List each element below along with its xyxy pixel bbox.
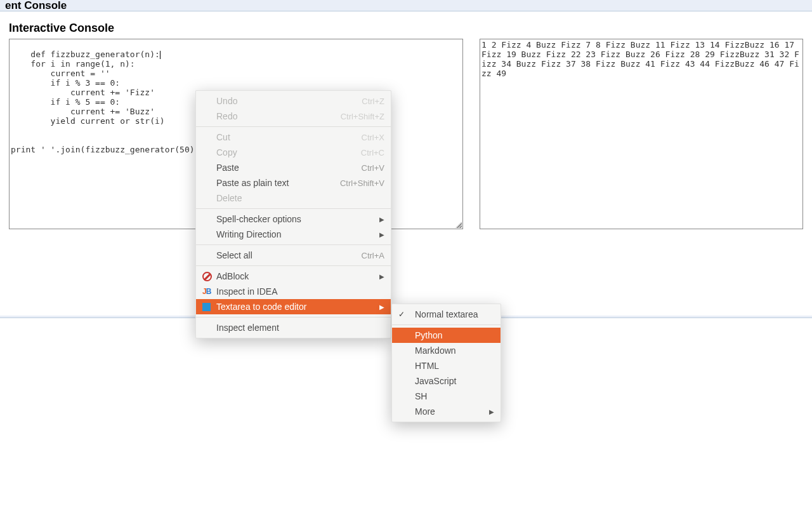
menu-item-paste-plain[interactable]: Paste as plain text Ctrl+Shift+V	[196, 175, 391, 190]
chevron-right-icon: ▶	[487, 408, 494, 415]
code-line-1: def fizzbuzz_generator(n):	[30, 50, 160, 59]
menu-label-cut: Cut	[216, 132, 362, 142]
menu-label-adblock: AdBlock	[216, 271, 377, 281]
menu-label-inspect-idea: Inspect in IDEA	[216, 286, 384, 297]
menu-item-select-all[interactable]: Select all Ctrl+A	[196, 248, 391, 263]
code-body: for i in range(1, n): current = '' if i …	[11, 59, 199, 154]
menu-item-undo[interactable]: Undo Ctrl+Z	[196, 93, 391, 109]
menu-shortcut-paste-plain: Ctrl+Shift+V	[340, 178, 384, 188]
submenu-label-sh: SH	[412, 391, 494, 401]
menu-label-spell: Spell-checker options	[216, 214, 377, 224]
submenu-item-markdown[interactable]: Markdown	[392, 343, 501, 358]
menu-separator	[196, 208, 391, 209]
menu-separator	[392, 324, 501, 325]
menu-label-copy: Copy	[216, 147, 361, 157]
submenu-label-javascript: JavaScript	[412, 376, 494, 386]
panel-row: def fizzbuzz_generator(n): for i in rang…	[0, 39, 812, 229]
submenu-label-html: HTML	[412, 361, 494, 371]
menu-shortcut-cut: Ctrl+X	[362, 133, 384, 142]
menu-label-paste: Paste	[216, 163, 362, 173]
chevron-right-icon: ▶	[377, 216, 384, 223]
submenu-item-javascript[interactable]: JavaScript	[392, 373, 501, 389]
submenu-label-markdown: Markdown	[412, 345, 494, 356]
page-title: Interactive Console	[9, 22, 812, 35]
menu-shortcut-paste: Ctrl+V	[362, 163, 384, 173]
jetbrains-icon: JB	[202, 287, 216, 296]
submenu-item-normal-textarea[interactable]: ✓ Normal textarea	[392, 307, 501, 322]
menu-item-adblock[interactable]: AdBlock ▶	[196, 269, 391, 284]
menu-shortcut-undo: Ctrl+Z	[362, 97, 384, 106]
menu-item-redo[interactable]: Redo Ctrl+Shift+Z	[196, 109, 391, 124]
menu-item-paste[interactable]: Paste Ctrl+V	[196, 160, 391, 175]
submenu-item-html[interactable]: HTML	[392, 358, 501, 373]
menu-label-redo: Redo	[216, 111, 341, 121]
menu-item-cut[interactable]: Cut Ctrl+X	[196, 130, 391, 145]
adblock-icon	[202, 272, 216, 281]
menu-label-undo: Undo	[216, 96, 362, 106]
submenu-item-sh[interactable]: SH	[392, 389, 501, 404]
menu-item-delete[interactable]: Delete	[196, 190, 391, 206]
menu-separator	[196, 265, 391, 266]
menu-item-inspect-idea[interactable]: JB Inspect in IDEA	[196, 284, 391, 299]
menu-item-copy[interactable]: Copy Ctrl+C	[196, 145, 391, 160]
submenu-textarea-editor: ✓ Normal textarea Python Markdown HTML J…	[391, 304, 501, 422]
menu-item-textarea-to-code-editor[interactable]: Textarea to code editor ▶	[196, 299, 391, 314]
app-title: ent Console	[5, 0, 67, 12]
menu-separator	[196, 244, 391, 245]
app-title-bar: ent Console	[0, 0, 812, 11]
context-menu: Undo Ctrl+Z Redo Ctrl+Shift+Z Cut Ctrl+X…	[195, 90, 391, 338]
submenu-label-python: Python	[412, 330, 494, 340]
menu-label-inspect-element: Inspect element	[216, 323, 384, 333]
menu-shortcut-select-all: Ctrl+A	[362, 251, 384, 260]
submenu-label-normal: Normal textarea	[412, 309, 494, 319]
menu-shortcut-copy: Ctrl+C	[361, 148, 384, 157]
menu-item-spell-checker[interactable]: Spell-checker options ▶	[196, 211, 391, 227]
menu-item-inspect-element[interactable]: Inspect element	[196, 320, 391, 335]
menu-label-select-all: Select all	[216, 250, 362, 260]
menu-shortcut-redo: Ctrl+Shift+Z	[341, 112, 384, 121]
submenu-item-more[interactable]: More ▶	[392, 404, 501, 419]
square-icon	[202, 303, 216, 311]
menu-label-textarea-editor: Textarea to code editor	[216, 302, 377, 312]
menu-label-writing: Writing Direction	[216, 229, 377, 239]
submenu-label-more: More	[412, 406, 487, 417]
menu-separator	[196, 317, 391, 318]
menu-label-paste-plain: Paste as plain text	[216, 178, 340, 188]
output-panel: 1 2 Fizz 4 Buzz Fizz 7 8 Fizz Buzz 11 Fi…	[480, 39, 803, 229]
menu-separator	[196, 126, 391, 127]
submenu-item-python[interactable]: Python	[392, 328, 501, 343]
chevron-right-icon: ▶	[377, 273, 384, 280]
resize-handle-icon[interactable]	[454, 220, 462, 228]
chevron-right-icon: ▶	[377, 231, 384, 238]
check-icon: ✓	[398, 310, 412, 319]
chevron-right-icon: ▶	[377, 304, 384, 311]
text-caret	[160, 51, 160, 59]
menu-label-delete: Delete	[216, 193, 384, 203]
menu-item-writing-direction[interactable]: Writing Direction ▶	[196, 227, 391, 242]
